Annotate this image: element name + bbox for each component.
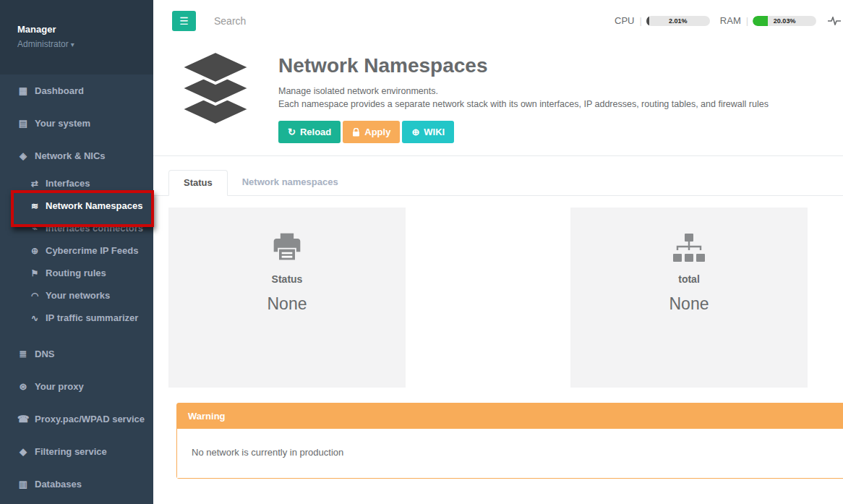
- sidebar-item-your-proxy[interactable]: ⊛ Your proxy: [0, 370, 153, 403]
- total-card-icon-wrap: [570, 228, 808, 262]
- sidebar-item-label: Your networks: [46, 290, 110, 301]
- page-header: Network Namespaces Manage isolated netwo…: [153, 41, 843, 156]
- sidebar-item-ip-traffic-summarizer[interactable]: ∿ IP traffic summarizer: [0, 307, 153, 329]
- status-card-icon-wrap: [168, 228, 406, 262]
- divider: |: [639, 15, 641, 26]
- sidebar-item-label: Network Namespaces: [46, 200, 142, 211]
- sidebar-item-dns[interactable]: ≣ DNS: [0, 338, 153, 370]
- chevron-down-icon: ▾: [71, 40, 74, 48]
- network-nics-submenu: ⇄ Interfaces ≋ Network Namespaces ⌁ Inte…: [0, 172, 153, 329]
- exchange-icon: ⇄: [29, 179, 40, 189]
- sidebar-item-interfaces-connectors[interactable]: ⌁ Interfaces connectors: [0, 217, 153, 239]
- shield-icon: ◆: [17, 446, 30, 457]
- sidebar-item-cybercrime-ip-feeds[interactable]: ⊕ Cybercrime IP Feeds: [0, 239, 153, 262]
- wiki-icon: ⊕: [411, 127, 419, 137]
- warning-panel: Warning No network is currently in produ…: [176, 403, 843, 479]
- network-icon: ◈: [17, 150, 30, 161]
- system-icon: ▤: [17, 118, 30, 129]
- tab-status[interactable]: Status: [168, 170, 228, 196]
- sidebar-item-label: DNS: [35, 349, 54, 359]
- sidebar-item-interfaces[interactable]: ⇄ Interfaces: [0, 172, 153, 195]
- cpu-meter: 2.01%: [646, 16, 710, 26]
- ram-meter-value: 20.03%: [753, 16, 816, 26]
- topbar-status: CPU | 2.01% RAM | 20.03% Activ: [615, 0, 843, 41]
- sidebar-item-your-networks[interactable]: ◠ Your networks: [0, 284, 153, 307]
- user-profile: Manager Administrator▾: [0, 0, 153, 74]
- warning-panel-message: No network is currently in production: [177, 429, 843, 478]
- profile-name: Manager: [17, 24, 153, 35]
- status-card-title: Status: [168, 273, 406, 285]
- page-header-text: Network Namespaces Manage isolated netwo…: [278, 50, 769, 155]
- profile-role-label: Administrator: [17, 39, 69, 49]
- sidebar-item-label: Dashboard: [35, 85, 84, 96]
- page-subtitle-line1: Manage isolated network environments.: [278, 85, 769, 98]
- warning-panel-title: Warning: [177, 403, 843, 429]
- sidebar-item-databases[interactable]: ▥ Databases: [0, 468, 153, 500]
- sidebar-item-label: Filtering service: [35, 446, 107, 457]
- sidebar-menu: ▦ Dashboard ▤ Your system ◈ Network & NI…: [0, 74, 153, 500]
- reload-button[interactable]: ↻ Reload: [278, 121, 341, 143]
- sidebar-item-your-system[interactable]: ▤ Your system: [0, 107, 153, 140]
- sidebar-item-label: IP traffic summarizer: [46, 312, 138, 323]
- wifi-icon: ◠: [29, 291, 40, 301]
- layers-icon: ≋: [29, 201, 40, 211]
- database-icon: ▥: [17, 479, 30, 490]
- globe-icon: ⊕: [29, 246, 40, 256]
- server-icon: ≣: [17, 349, 30, 359]
- profile-role-dropdown[interactable]: Administrator▾: [17, 39, 153, 49]
- apply-button[interactable]: Apply: [343, 121, 400, 143]
- wiki-button-label: WIKI: [424, 127, 445, 137]
- tab-network-namespaces[interactable]: Network namespaces: [228, 170, 353, 195]
- sitemap-icon: [672, 234, 706, 262]
- ram-label: RAM: [720, 15, 741, 26]
- status-cards: Status None total None: [168, 208, 808, 388]
- printer-icon: [271, 231, 303, 262]
- status-card-value: None: [168, 294, 406, 314]
- reload-icon: ↻: [288, 127, 296, 137]
- app-root: Manager Administrator▾ ▦ Dashboard ▤ You…: [0, 0, 843, 504]
- activity-link[interactable]: Activ: [828, 15, 843, 26]
- apply-button-label: Apply: [364, 127, 390, 137]
- phone-icon: ☎: [17, 414, 30, 424]
- chart-line-icon: ∿: [29, 313, 40, 323]
- flag-icon: ⚑: [29, 268, 40, 278]
- tab-bar: Status Network namespaces: [153, 170, 843, 196]
- layers-big-icon: [179, 50, 252, 127]
- page-subtitle-line2: Each namespace provides a separate netwo…: [278, 98, 769, 111]
- sidebar-item-label: Routing rules: [46, 268, 106, 278]
- sidebar-item-label: Proxy.pac/WPAD service: [35, 414, 145, 424]
- sidebar-toggle-button[interactable]: ☰: [172, 11, 196, 31]
- sidebar-item-network-nics[interactable]: ◈ Network & NICs: [0, 140, 153, 172]
- sidebar-item-proxy-pac-wpad[interactable]: ☎ Proxy.pac/WPAD service: [0, 403, 153, 435]
- page-title: Network Namespaces: [278, 54, 769, 77]
- sidebar-item-filtering-service[interactable]: ◆ Filtering service: [0, 435, 153, 468]
- search-input[interactable]: [214, 15, 330, 27]
- sidebar-item-label: Interfaces: [46, 178, 90, 189]
- cpu-meter-value: 2.01%: [646, 16, 710, 26]
- page-actions: ↻ Reload Apply ⊕ WIKI: [278, 121, 769, 143]
- topbar: ☰ CPU | 2.01% RAM | 20.03%: [153, 0, 843, 41]
- cpu-label: CPU: [615, 15, 634, 26]
- activity-pulse-icon: [828, 17, 841, 25]
- sidebar-item-dashboard[interactable]: ▦ Dashboard: [0, 74, 153, 107]
- sidebar-item-routing-rules[interactable]: ⚑ Routing rules: [0, 262, 153, 284]
- lock-icon: [352, 128, 360, 137]
- sidebar-item-label: Your proxy: [35, 381, 84, 392]
- sidebar-item-label: Your system: [35, 118, 90, 129]
- wiki-button[interactable]: ⊕ WIKI: [402, 121, 454, 143]
- page-icon: [179, 50, 252, 155]
- ram-meter: 20.03%: [753, 16, 816, 26]
- sidebar-item-label: Cybercrime IP Feeds: [46, 245, 138, 256]
- proxy-icon: ⊛: [17, 381, 30, 392]
- total-card: total None: [570, 208, 808, 388]
- reload-button-label: Reload: [300, 127, 331, 137]
- sidebar-item-label: Interfaces connectors: [46, 223, 143, 234]
- plug-icon: ⌁: [29, 223, 40, 234]
- sidebar: Manager Administrator▾ ▦ Dashboard ▤ You…: [0, 0, 153, 504]
- sidebar-item-network-namespaces[interactable]: ≋ Network Namespaces: [0, 195, 153, 217]
- total-card-title: total: [570, 273, 808, 285]
- dashboard-icon: ▦: [17, 85, 30, 96]
- total-card-value: None: [570, 294, 808, 314]
- sidebar-item-label: Network & NICs: [35, 150, 106, 161]
- divider: |: [746, 15, 748, 26]
